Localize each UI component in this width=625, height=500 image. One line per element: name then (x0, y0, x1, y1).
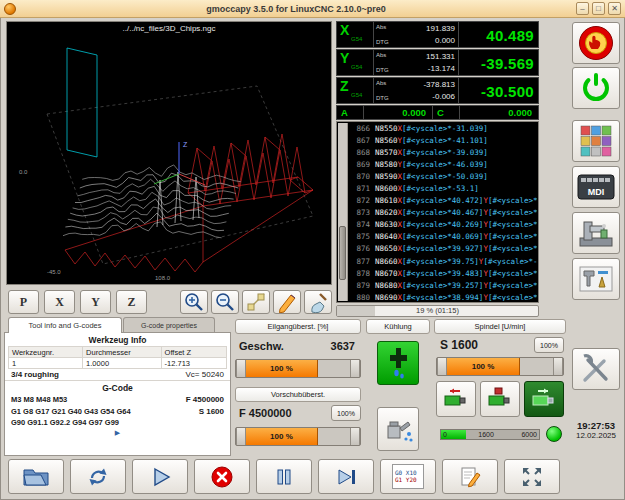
feed-override-header: Vorschubüberst. (235, 387, 361, 402)
slider-increase[interactable] (553, 358, 563, 375)
gcode-line[interactable]: 870N8590X[#<yscale>*-50.039] (350, 171, 537, 183)
machine-on-button[interactable] (572, 67, 620, 109)
close-button[interactable]: ✕ (608, 2, 621, 15)
stop-program-button[interactable] (194, 459, 250, 494)
slider-decrease[interactable] (236, 360, 246, 377)
scroll-right-icon[interactable]: ▶ (5, 429, 230, 437)
velocity-value: 3637 (331, 340, 355, 352)
run-from-line-button[interactable]: G0 X10 G1 Y20 (380, 459, 436, 494)
position-value: 0.000 (364, 106, 432, 119)
abs-label: Abs (376, 24, 386, 30)
gcode-list[interactable]: 866N8550X[#<yscale>*-31.039]867N8560Y[#<… (336, 121, 539, 303)
gcode-line[interactable]: 868N8570X[#<yscale>*-39.039] (350, 147, 537, 159)
view-y-button[interactable]: Y (80, 290, 111, 314)
fullscreen-button[interactable] (504, 459, 560, 494)
gcode-line[interactable]: 867N8560Y[#<yscale>*-41.101] (350, 135, 537, 147)
view-p-button[interactable]: P (8, 290, 39, 314)
spindle-cw-button[interactable] (524, 381, 564, 417)
tool-info-table: Werkzeugnr. Durchmesser Offset Z 1 1.000… (8, 346, 227, 369)
slider-decrease[interactable] (236, 428, 246, 445)
slider-value: 100 % (246, 360, 318, 377)
maximize-button[interactable]: □ (592, 2, 605, 15)
tool-diameter: 1.0000 (83, 358, 161, 369)
col-header-tool-number: Werkzeugnr. (9, 347, 83, 358)
slider-increase[interactable] (350, 428, 360, 445)
preview-canvas: Z 0.0 -45.0 108.0 (7, 22, 331, 284)
velocity-label: Geschw. (239, 340, 284, 352)
tool-measure-icon (578, 263, 614, 295)
bar-max-label: 6000 (521, 430, 537, 440)
tab-gcode-properties[interactable]: G-code properties (123, 317, 215, 333)
spindle-stop-button[interactable] (480, 381, 520, 417)
folder-open-icon (22, 466, 50, 488)
edit-program-button[interactable] (442, 459, 498, 494)
tool-measure-button[interactable] (572, 258, 620, 300)
dro-row-ac[interactable]: A 0.000 C 0.000 (336, 105, 539, 120)
dro-row-z[interactable]: ZG54 Abs-378.813DTG-0.006 -30.500 (336, 77, 539, 104)
open-file-button[interactable] (8, 459, 64, 494)
stop-icon (210, 465, 234, 489)
edit-gcode-button[interactable] (273, 290, 301, 314)
show-dimensions-button[interactable] (242, 290, 270, 314)
scrollbar-thumb[interactable] (339, 226, 346, 279)
mist-coolant-button[interactable] (377, 407, 419, 451)
zoom-out-icon (214, 291, 236, 313)
spindle-override-reset-button[interactable]: 100% (534, 337, 564, 353)
active-gcodes: G1 G8 G17 G21 G40 G43 G54 G64 (11, 406, 131, 418)
zoom-in-button[interactable] (180, 290, 208, 314)
tab-tool-info[interactable]: Tool info and G-codes (8, 317, 122, 333)
feed-override-reset-button[interactable]: 100% (331, 405, 361, 421)
bar-min-label: 0 (443, 430, 447, 440)
mdi-button[interactable]: MDI (572, 166, 620, 208)
gcode-line[interactable]: 875N8640X[#<yscale>*40.069]Y[#<yscale>*-… (350, 231, 537, 243)
estop-icon (576, 24, 616, 62)
gcode-line[interactable]: 871N8600X[#<yscale>*-53.1] (350, 183, 537, 195)
run-program-button[interactable] (132, 459, 188, 494)
pause-program-button[interactable] (256, 459, 312, 494)
gcode-line[interactable]: 879N8680X[#<yscale>*39.257]Y[#<yscale>*-… (350, 280, 537, 292)
settings-button[interactable] (572, 348, 620, 390)
slider-increase[interactable] (350, 360, 360, 377)
view-x-button[interactable]: X (44, 290, 75, 314)
spindle-ccw-icon (441, 386, 471, 412)
dro-row-x[interactable]: XG54 Abs191.839DTG0.000 40.489 (336, 21, 539, 48)
gcode-progress: 19 % (01:15) (336, 305, 539, 317)
gcode-line[interactable]: 873N8620X[#<yscale>*40.467]Y[#<yscale>*-… (350, 207, 537, 219)
spindle-panel: Spindel [U/min] S 1600 100% 100 % 0 1600… (434, 317, 566, 457)
flood-coolant-button[interactable] (377, 341, 419, 385)
edit-icon (458, 465, 482, 489)
slider-decrease[interactable] (437, 358, 447, 375)
setup-button[interactable] (572, 212, 620, 254)
view-z-button[interactable]: Z (116, 290, 147, 314)
tool-number: 1 (9, 358, 83, 369)
clear-plot-button[interactable] (304, 290, 332, 314)
spindle-override-slider[interactable]: 100 % (436, 357, 564, 376)
gcode-line[interactable]: 876N8650X[#<yscale>*39.927]Y[#<yscale>*-… (350, 243, 537, 255)
zoom-out-button[interactable] (211, 290, 239, 314)
dro-row-y[interactable]: YG54 Abs151.331DTG-13.174 -39.569 (336, 49, 539, 76)
gcode-line[interactable]: 874N8630X[#<yscale>*40.269]Y[#<yscale>*-… (350, 219, 537, 231)
tool-settings-button[interactable] (572, 120, 620, 162)
axis-triad: Z (154, 141, 205, 185)
gcode-info-title: G-Code (5, 380, 230, 394)
z-axis-label: Z (183, 141, 188, 148)
rapid-override-slider[interactable]: 100 % (235, 359, 361, 378)
feed-override-slider[interactable]: 100 % (235, 427, 361, 446)
gcode-line[interactable]: 866N8550X[#<yscale>*-31.039] (350, 123, 537, 135)
gcode-line[interactable]: 869N8580Y[#<yscale>*-46.039] (350, 159, 537, 171)
gcode-scrollbar[interactable] (338, 123, 348, 301)
estop-button[interactable] (572, 22, 620, 64)
gcode-line[interactable]: 877N8660X[#<yscale>*39.75]Y[#<yscale>*-5… (350, 256, 537, 268)
gcode-preview[interactable]: Z 0.0 -45.0 108.0 ../../nc_files/3D_Chip… (6, 21, 332, 285)
step-program-button[interactable] (318, 459, 374, 494)
gcode-line[interactable]: 880N8690X[#<yscale>*38.994]Y[#<yscale>*-… (350, 292, 537, 301)
minimize-button[interactable]: – (576, 2, 589, 15)
zoom-in-icon (183, 291, 205, 313)
spindle-speed-label: S 1600 (440, 338, 478, 352)
gcode-line[interactable]: 878N8670X[#<yscale>*39.483]Y[#<yscale>*-… (350, 268, 537, 280)
reload-file-button[interactable] (70, 459, 126, 494)
spindle-ccw-button[interactable] (436, 381, 476, 417)
spindle-header: Spindel [U/min] (434, 319, 566, 334)
gcode-line[interactable]: 872N8610X[#<yscale>*40.472]Y[#<yscale>*-… (350, 195, 537, 207)
bottom-toolbar: G0 X10 G1 Y20 (8, 459, 560, 494)
